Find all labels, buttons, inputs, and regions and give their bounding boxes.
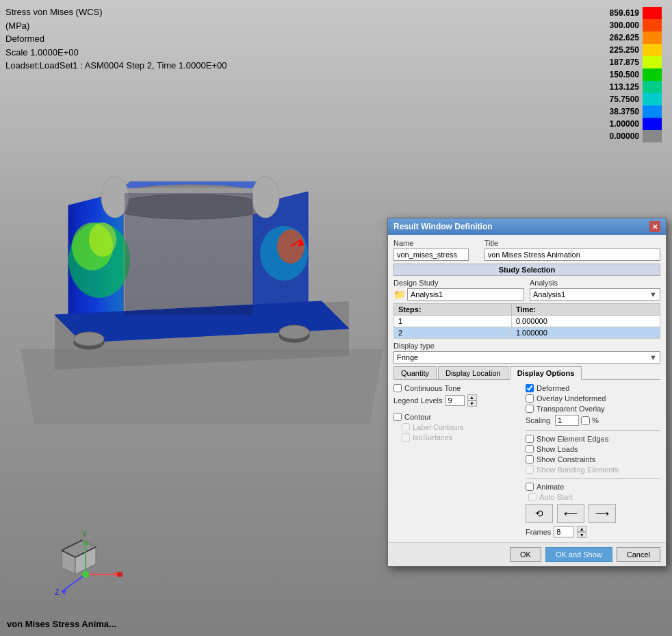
svg-point-41 bbox=[82, 571, 89, 578]
animate-checkbox[interactable] bbox=[526, 483, 534, 491]
step-time: 0.000000 bbox=[511, 316, 660, 327]
study-selection-header: Study Selection bbox=[393, 264, 660, 276]
overlay-line3: Deformed bbox=[5, 32, 227, 46]
frames-up[interactable]: ▲ bbox=[577, 526, 586, 532]
legend-value: 225.250 bbox=[595, 44, 639, 56]
legend-levels-up[interactable]: ▲ bbox=[467, 394, 477, 400]
show-constraints-checkbox[interactable] bbox=[526, 455, 534, 463]
ok-button[interactable]: OK bbox=[510, 547, 541, 562]
dialog-footer: OK OK and Show Cancel bbox=[388, 542, 666, 566]
steps-table-row[interactable]: 10.000000 bbox=[394, 316, 660, 327]
color-legend: 859.619300.000262.625225.250187.875150.5… bbox=[595, 7, 662, 142]
dialog-title: Result Window Definition bbox=[393, 222, 493, 231]
svg-text:Z: Z bbox=[55, 588, 60, 595]
svg-marker-23 bbox=[125, 193, 253, 315]
legend-value: 113.125 bbox=[595, 81, 639, 93]
legend-value: 38.3750 bbox=[595, 105, 639, 118]
name-input[interactable] bbox=[393, 249, 469, 261]
legend-color-swatch bbox=[643, 56, 662, 68]
scaling-percent-checkbox[interactable] bbox=[581, 416, 590, 425]
contour-checkbox[interactable] bbox=[393, 413, 402, 421]
legend-row: 150.500 bbox=[595, 68, 662, 81]
svg-point-20 bbox=[74, 332, 104, 346]
dialog-title-bar: Result Window Definition ✕ bbox=[388, 218, 666, 235]
overlay-line1: Stress von Mises (WCS) bbox=[5, 5, 227, 19]
folder-icon: 📁 bbox=[393, 289, 405, 300]
auto-start-label: Auto Start bbox=[539, 493, 573, 501]
deformed-label: Deformed bbox=[537, 384, 569, 392]
tab-display-location[interactable]: Display Location bbox=[438, 366, 508, 379]
design-study-select[interactable]: Analysis1 bbox=[407, 288, 524, 301]
legend-value: 262.625 bbox=[595, 31, 639, 44]
cancel-button[interactable]: Cancel bbox=[617, 547, 660, 562]
legend-color-swatch bbox=[643, 105, 662, 118]
show-element-edges-checkbox[interactable] bbox=[526, 435, 534, 443]
steps-table-row[interactable]: 21.000000 bbox=[394, 327, 660, 339]
label-contours-checkbox[interactable] bbox=[402, 423, 410, 431]
anim-back-button[interactable]: ⟵ bbox=[557, 504, 584, 523]
right-options: Deformed Overlay Undeformed Transparent … bbox=[526, 384, 660, 538]
legend-row: 1.00000 bbox=[595, 118, 662, 130]
title-label: Title bbox=[484, 239, 660, 247]
continuous-tone-checkbox[interactable] bbox=[393, 384, 402, 392]
legend-levels-input[interactable] bbox=[445, 395, 465, 406]
frames-input[interactable] bbox=[554, 526, 574, 537]
animation-controls: ⟲ ⟵ ⟶ bbox=[526, 504, 660, 523]
close-button[interactable]: ✕ bbox=[649, 221, 660, 232]
analysis-select[interactable]: Analysis1 ▼ bbox=[530, 288, 660, 301]
transparent-overlay-checkbox[interactable] bbox=[526, 405, 534, 413]
show-loads-checkbox[interactable] bbox=[526, 445, 534, 453]
animate-label: Animate bbox=[537, 483, 564, 491]
legend-color-swatch bbox=[643, 7, 662, 19]
overlay-line2: (MPa) bbox=[5, 19, 227, 33]
scaling-input[interactable] bbox=[555, 415, 579, 426]
overlay-line4: Scale 1.0000E+00 bbox=[5, 46, 227, 60]
frames-spinner[interactable]: ▲ ▼ bbox=[577, 526, 586, 538]
legend-value: 187.875 bbox=[595, 56, 639, 68]
svg-point-12 bbox=[252, 177, 279, 218]
tab-content-display-options: Continuous Tone Legend Levels ▲ ▼ Contou… bbox=[393, 384, 660, 538]
show-loads-label: Show Loads bbox=[537, 445, 578, 453]
scaling-percent-label: % bbox=[592, 416, 599, 424]
anim-forward-button[interactable]: ⟶ bbox=[589, 504, 616, 523]
svg-text:Y: Y bbox=[82, 530, 88, 538]
legend-row: 225.250 bbox=[595, 44, 662, 56]
legend-levels-down[interactable]: ▼ bbox=[467, 400, 477, 407]
design-study-label: Design Study bbox=[393, 279, 524, 287]
show-bonding-elements-label: Show Bonding Elements bbox=[537, 466, 619, 474]
steps-table: Steps: Time: 10.00000021.000000 bbox=[393, 303, 660, 339]
legend-row: 859.619 bbox=[595, 7, 662, 19]
3d-model bbox=[14, 110, 383, 424]
overlay-line5: Loadset:LoadSet1 : ASM0004 Step 2, Time … bbox=[5, 59, 227, 73]
result-window-dialog: Result Window Definition ✕ Name Title St… bbox=[387, 218, 667, 567]
overlay-undeformed-checkbox[interactable] bbox=[526, 394, 534, 403]
display-type-select[interactable]: Fringe ▼ bbox=[393, 351, 660, 364]
auto-start-checkbox[interactable] bbox=[528, 493, 537, 501]
left-options: Continuous Tone Legend Levels ▲ ▼ Contou… bbox=[393, 384, 520, 538]
tab-quantity[interactable]: Quantity bbox=[393, 366, 437, 379]
anim-rewind-button[interactable]: ⟲ bbox=[526, 504, 553, 523]
legend-row: 113.125 bbox=[595, 81, 662, 93]
isosurfaces-label: IsoSurfaces bbox=[413, 433, 452, 442]
tab-display-options[interactable]: Display Options bbox=[510, 366, 582, 380]
frames-down[interactable]: ▼ bbox=[577, 532, 586, 538]
show-bonding-elements-checkbox[interactable] bbox=[526, 466, 534, 474]
name-label: Name bbox=[393, 239, 482, 247]
tab-bar: Quantity Display Location Display Option… bbox=[393, 366, 660, 380]
isosurfaces-checkbox[interactable] bbox=[402, 433, 410, 442]
analysis-label: Analysis bbox=[530, 279, 660, 287]
continuous-tone-label: Continuous Tone bbox=[404, 384, 461, 392]
legend-levels-spinner[interactable]: ▲ ▼ bbox=[467, 394, 477, 407]
display-type-dropdown-arrow: ▼ bbox=[649, 353, 657, 361]
legend-color-swatch bbox=[643, 19, 662, 31]
deformed-checkbox[interactable] bbox=[526, 384, 534, 392]
title-input[interactable] bbox=[484, 249, 660, 261]
steps-col-header: Steps: bbox=[394, 304, 512, 316]
legend-color-swatch bbox=[643, 68, 662, 81]
svg-point-15 bbox=[89, 222, 116, 257]
time-col-header: Time: bbox=[511, 304, 660, 316]
ok-and-show-button[interactable]: OK and Show bbox=[545, 547, 612, 562]
legend-value: 75.7500 bbox=[595, 93, 639, 105]
show-constraints-label: Show Constraints bbox=[537, 455, 595, 463]
legend-row: 187.875 bbox=[595, 56, 662, 68]
